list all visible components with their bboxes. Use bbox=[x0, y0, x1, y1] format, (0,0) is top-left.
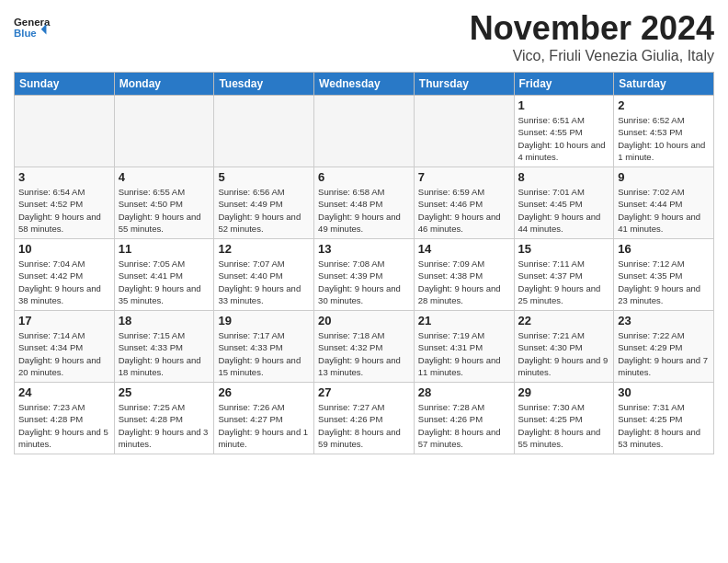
calendar-cell: 13Sunrise: 7:08 AM Sunset: 4:39 PM Dayli… bbox=[314, 239, 415, 311]
day-number: 18 bbox=[119, 314, 210, 327]
calendar-cell: 4Sunrise: 6:55 AM Sunset: 4:50 PM Daylig… bbox=[114, 167, 214, 239]
calendar-cell: 3Sunrise: 6:54 AM Sunset: 4:52 PM Daylig… bbox=[15, 167, 115, 239]
calendar-cell: 29Sunrise: 7:30 AM Sunset: 4:25 PM Dayli… bbox=[514, 383, 614, 454]
day-info: Sunrise: 7:21 AM Sunset: 4:30 PM Dayligh… bbox=[518, 329, 610, 378]
day-info: Sunrise: 7:25 AM Sunset: 4:28 PM Dayligh… bbox=[119, 401, 210, 450]
day-info: Sunrise: 6:56 AM Sunset: 4:49 PM Dayligh… bbox=[218, 186, 310, 235]
day-number: 2 bbox=[618, 98, 710, 112]
day-info: Sunrise: 7:04 AM Sunset: 4:42 PM Dayligh… bbox=[18, 258, 110, 306]
day-number: 3 bbox=[18, 170, 110, 184]
day-number: 8 bbox=[518, 170, 610, 184]
day-number: 30 bbox=[618, 385, 710, 399]
day-info: Sunrise: 7:19 AM Sunset: 4:31 PM Dayligh… bbox=[418, 329, 510, 378]
col-header-wednesday: Wednesday bbox=[314, 73, 415, 96]
day-info: Sunrise: 7:28 AM Sunset: 4:26 PM Dayligh… bbox=[418, 401, 510, 450]
day-number: 6 bbox=[318, 170, 410, 184]
day-number: 19 bbox=[218, 314, 310, 327]
day-number: 7 bbox=[418, 170, 510, 184]
day-number: 20 bbox=[318, 314, 410, 327]
day-info: Sunrise: 7:02 AM Sunset: 4:44 PM Dayligh… bbox=[618, 186, 710, 235]
day-info: Sunrise: 7:07 AM Sunset: 4:40 PM Dayligh… bbox=[218, 258, 310, 306]
day-number: 28 bbox=[418, 385, 510, 399]
day-info: Sunrise: 7:15 AM Sunset: 4:33 PM Dayligh… bbox=[119, 329, 210, 378]
location-subtitle: Vico, Friuli Venezia Giulia, Italy bbox=[470, 48, 714, 64]
day-number: 12 bbox=[218, 242, 310, 256]
day-number: 4 bbox=[119, 170, 210, 184]
day-number: 27 bbox=[318, 385, 410, 399]
day-info: Sunrise: 7:08 AM Sunset: 4:39 PM Dayligh… bbox=[318, 258, 410, 306]
day-number: 17 bbox=[18, 314, 110, 327]
day-info: Sunrise: 7:12 AM Sunset: 4:35 PM Dayligh… bbox=[618, 258, 710, 306]
calendar-cell: 23Sunrise: 7:22 AM Sunset: 4:29 PM Dayli… bbox=[614, 311, 714, 383]
calendar-table: SundayMondayTuesdayWednesdayThursdayFrid… bbox=[14, 72, 714, 454]
calendar-cell: 2Sunrise: 6:52 AM Sunset: 4:53 PM Daylig… bbox=[614, 96, 714, 167]
calendar-cell: 17Sunrise: 7:14 AM Sunset: 4:34 PM Dayli… bbox=[15, 311, 115, 383]
day-number: 15 bbox=[518, 242, 610, 256]
calendar-cell: 19Sunrise: 7:17 AM Sunset: 4:33 PM Dayli… bbox=[214, 311, 314, 383]
day-info: Sunrise: 7:05 AM Sunset: 4:41 PM Dayligh… bbox=[119, 258, 210, 306]
day-info: Sunrise: 7:11 AM Sunset: 4:37 PM Dayligh… bbox=[518, 258, 610, 306]
calendar-cell bbox=[314, 96, 415, 167]
day-number: 16 bbox=[618, 242, 710, 256]
calendar-cell: 8Sunrise: 7:01 AM Sunset: 4:45 PM Daylig… bbox=[514, 167, 614, 239]
col-header-monday: Monday bbox=[114, 73, 214, 96]
day-info: Sunrise: 7:26 AM Sunset: 4:27 PM Dayligh… bbox=[218, 401, 310, 450]
calendar-cell: 11Sunrise: 7:05 AM Sunset: 4:41 PM Dayli… bbox=[114, 239, 214, 311]
calendar-cell: 5Sunrise: 6:56 AM Sunset: 4:49 PM Daylig… bbox=[214, 167, 314, 239]
day-number: 23 bbox=[618, 314, 710, 327]
day-info: Sunrise: 7:30 AM Sunset: 4:25 PM Dayligh… bbox=[518, 401, 610, 450]
day-info: Sunrise: 7:23 AM Sunset: 4:28 PM Dayligh… bbox=[18, 401, 110, 450]
day-info: Sunrise: 6:55 AM Sunset: 4:50 PM Dayligh… bbox=[119, 186, 210, 235]
day-number: 26 bbox=[218, 385, 310, 399]
col-header-friday: Friday bbox=[514, 73, 614, 96]
day-info: Sunrise: 6:54 AM Sunset: 4:52 PM Dayligh… bbox=[18, 186, 110, 235]
day-number: 22 bbox=[518, 314, 610, 327]
calendar-cell: 24Sunrise: 7:23 AM Sunset: 4:28 PM Dayli… bbox=[15, 383, 115, 454]
day-number: 13 bbox=[318, 242, 410, 256]
col-header-tuesday: Tuesday bbox=[214, 73, 314, 96]
col-header-sunday: Sunday bbox=[15, 73, 115, 96]
day-info: Sunrise: 7:14 AM Sunset: 4:34 PM Dayligh… bbox=[18, 329, 110, 378]
col-header-saturday: Saturday bbox=[614, 73, 714, 96]
col-header-thursday: Thursday bbox=[414, 73, 514, 96]
day-info: Sunrise: 7:18 AM Sunset: 4:32 PM Dayligh… bbox=[318, 329, 410, 378]
day-number: 29 bbox=[518, 385, 610, 399]
calendar-cell: 9Sunrise: 7:02 AM Sunset: 4:44 PM Daylig… bbox=[614, 167, 714, 239]
calendar-cell: 15Sunrise: 7:11 AM Sunset: 4:37 PM Dayli… bbox=[514, 239, 614, 311]
calendar-cell: 22Sunrise: 7:21 AM Sunset: 4:30 PM Dayli… bbox=[514, 311, 614, 383]
calendar-cell bbox=[114, 96, 214, 167]
calendar-cell: 6Sunrise: 6:58 AM Sunset: 4:48 PM Daylig… bbox=[314, 167, 415, 239]
title-block: November 2024 Vico, Friuli Venezia Giuli… bbox=[470, 9, 714, 64]
calendar-cell: 18Sunrise: 7:15 AM Sunset: 4:33 PM Dayli… bbox=[114, 311, 214, 383]
calendar-cell: 12Sunrise: 7:07 AM Sunset: 4:40 PM Dayli… bbox=[214, 239, 314, 311]
day-info: Sunrise: 7:22 AM Sunset: 4:29 PM Dayligh… bbox=[618, 329, 710, 378]
calendar-cell: 20Sunrise: 7:18 AM Sunset: 4:32 PM Dayli… bbox=[314, 311, 415, 383]
day-number: 14 bbox=[418, 242, 510, 256]
day-info: Sunrise: 6:52 AM Sunset: 4:53 PM Dayligh… bbox=[618, 114, 710, 163]
calendar-cell: 28Sunrise: 7:28 AM Sunset: 4:26 PM Dayli… bbox=[414, 383, 514, 454]
day-info: Sunrise: 6:59 AM Sunset: 4:46 PM Dayligh… bbox=[418, 186, 510, 235]
month-title: November 2024 bbox=[470, 9, 714, 48]
calendar-cell: 26Sunrise: 7:26 AM Sunset: 4:27 PM Dayli… bbox=[214, 383, 314, 454]
calendar-cell: 7Sunrise: 6:59 AM Sunset: 4:46 PM Daylig… bbox=[414, 167, 514, 239]
day-info: Sunrise: 7:31 AM Sunset: 4:25 PM Dayligh… bbox=[618, 401, 710, 450]
day-info: Sunrise: 7:01 AM Sunset: 4:45 PM Dayligh… bbox=[518, 186, 610, 235]
day-number: 1 bbox=[518, 98, 610, 112]
calendar-cell: 25Sunrise: 7:25 AM Sunset: 4:28 PM Dayli… bbox=[114, 383, 214, 454]
calendar-cell: 14Sunrise: 7:09 AM Sunset: 4:38 PM Dayli… bbox=[414, 239, 514, 311]
calendar-cell bbox=[214, 96, 314, 167]
calendar-cell: 21Sunrise: 7:19 AM Sunset: 4:31 PM Dayli… bbox=[414, 311, 514, 383]
day-info: Sunrise: 6:51 AM Sunset: 4:55 PM Dayligh… bbox=[518, 114, 610, 163]
calendar-cell: 30Sunrise: 7:31 AM Sunset: 4:25 PM Dayli… bbox=[614, 383, 714, 454]
day-info: Sunrise: 7:17 AM Sunset: 4:33 PM Dayligh… bbox=[218, 329, 310, 378]
day-number: 5 bbox=[218, 170, 310, 184]
calendar-cell bbox=[414, 96, 514, 167]
day-number: 21 bbox=[418, 314, 510, 327]
day-info: Sunrise: 6:58 AM Sunset: 4:48 PM Dayligh… bbox=[318, 186, 410, 235]
day-number: 10 bbox=[18, 242, 110, 256]
day-info: Sunrise: 7:09 AM Sunset: 4:38 PM Dayligh… bbox=[418, 258, 510, 306]
day-number: 9 bbox=[618, 170, 710, 184]
day-info: Sunrise: 7:27 AM Sunset: 4:26 PM Dayligh… bbox=[318, 401, 410, 450]
calendar-cell: 10Sunrise: 7:04 AM Sunset: 4:42 PM Dayli… bbox=[15, 239, 115, 311]
svg-text:Blue: Blue bbox=[14, 28, 37, 39]
